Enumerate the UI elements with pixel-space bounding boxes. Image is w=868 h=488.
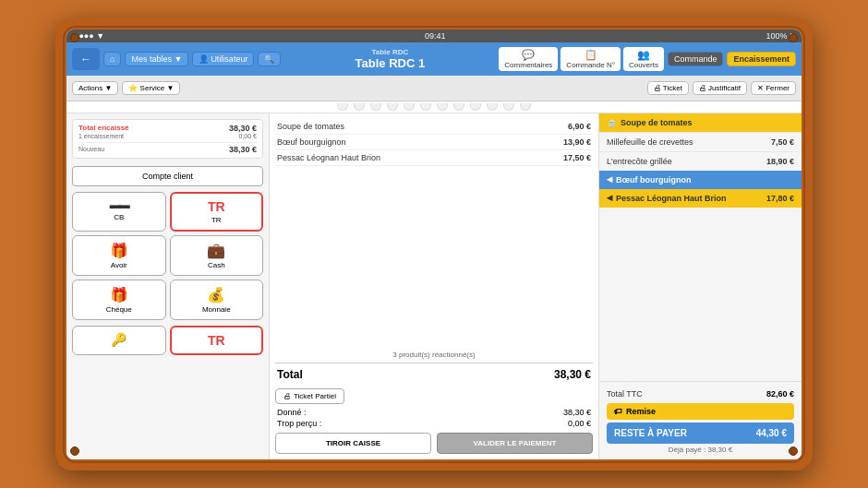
item3-price: 17,50 € — [563, 153, 591, 162]
trop-percu-row: Trop perçu : 0,00 € — [275, 418, 593, 429]
covers-button[interactable]: 👥 Couverts — [623, 47, 664, 71]
nouveau-value: 38,30 € — [229, 145, 257, 154]
encaissement-button[interactable]: Encaissement — [727, 52, 796, 66]
bite-mark — [370, 103, 381, 111]
drawer-icon-btn[interactable]: 🔑 — [72, 326, 166, 355]
user-button[interactable]: 👤 Utilisateur — [192, 52, 254, 66]
fermer-button[interactable]: ✕ Fermer — [751, 81, 796, 95]
actions-button[interactable]: Actions ▼ — [72, 81, 118, 95]
trop-percu-value: 0,00 € — [568, 419, 591, 428]
toolbar2: Actions ▼ ⭐ Service ▼ 🖨 Ticket 🖨 Justifi… — [66, 76, 802, 101]
order-items-list: Soupe de tomates 6,90 € Bœuf bourguignon… — [275, 119, 593, 347]
item3-name: Pessac Léognan Haut Brion — [277, 153, 380, 162]
justif-button[interactable]: 🖨 Justificatif — [693, 81, 747, 95]
cb-button[interactable]: ▬▬ CB — [72, 192, 166, 232]
user-icon: 👤 — [199, 54, 209, 64]
encaissements-label: 1 encaissement — [78, 133, 124, 139]
trop-percu-label: Trop perçu : — [277, 419, 321, 428]
time: 09:41 — [425, 31, 446, 41]
tr-icon: TR — [208, 199, 225, 214]
crevettes-name: Millefeuille de crevettes — [607, 137, 693, 147]
table-sub: Table RDC — [284, 48, 495, 56]
order-item-2[interactable]: Bœuf bourguignon 13,90 € — [275, 135, 593, 150]
home-button[interactable]: ⌂ — [103, 52, 121, 66]
menu-item-entrecote[interactable]: L'entrecôte grillée 18,90 € — [599, 151, 802, 171]
center-panel: Soupe de tomates 6,90 € Bœuf bourguignon… — [270, 113, 598, 459]
remise-label: Remise — [626, 407, 656, 416]
compte-client-button[interactable]: Compte client — [72, 166, 263, 186]
ticket-partial-button[interactable]: 🖨 Ticket Partiel — [275, 388, 344, 404]
bite-mark — [437, 103, 448, 111]
top-nav: ← ⌂ Mes tables ▼ 👤 Utilisateur 🔍 Table R… — [66, 42, 802, 76]
comments-button[interactable]: 💬 Commentaires — [499, 47, 558, 71]
entrecote-name: L'entrecôte grillée — [607, 157, 672, 166]
cb-label: CB — [114, 213, 124, 221]
soupe-icon: 🍵 — [607, 118, 617, 127]
item2-price: 13,90 € — [563, 137, 591, 147]
encaissements-sub: 0,00 € — [239, 133, 257, 139]
pessac-label: Pessac Léognan Haut Brion — [616, 194, 727, 203]
donne-label: Donné : — [277, 408, 307, 417]
total-ttc-label: Total TTC — [607, 389, 643, 399]
totals-section: Total encaissé 38,30 € 1 encaissement 0,… — [72, 119, 263, 159]
nav-right-buttons: 💬 Commentaires 📋 Commande N° 👥 Couverts — [499, 47, 664, 71]
reste-a-payer-button[interactable]: RESTE À PAYER 44,30 € — [607, 423, 794, 444]
table-title: Table RDC 1 — [284, 56, 495, 70]
main-content: Total encaissé 38,30 € 1 encaissement 0,… — [66, 113, 802, 459]
order-total-row: Total 38,30 € — [275, 363, 593, 386]
category-soupe[interactable]: 🍵 Soupe de tomates — [599, 113, 802, 132]
command-label: Commande N° — [566, 61, 615, 69]
bite-marks — [66, 101, 802, 113]
tablet-frame: ●●●● ▼ 09:41 100% ▮ ← ⌂ Mes tables ▼ 👤 U… — [55, 18, 813, 470]
bottom-action-buttons: TIROIR CAISSE VALIDER LE PAIEMENT — [275, 433, 593, 454]
status-bar: ●●●● ▼ 09:41 100% ▮ — [66, 30, 802, 42]
menu-item-crevettes[interactable]: Millefeuille de crevettes 7,50 € — [599, 132, 802, 151]
order-item-1[interactable]: Soupe de tomates 6,90 € — [275, 119, 593, 135]
total-value: 38,30 € — [554, 368, 591, 381]
tr-label: TR — [211, 216, 222, 224]
crevettes-price: 7,50 € — [771, 137, 794, 147]
bite-mark — [420, 103, 431, 111]
item1-name: Soupe de tomates — [277, 122, 344, 131]
command-icon: 📋 — [585, 49, 597, 61]
bite-mark — [453, 103, 464, 111]
commande-button[interactable]: Commande — [668, 52, 724, 66]
donne-row: Donné : 38,30 € — [275, 407, 593, 418]
cheque-button[interactable]: 🎁 Chèque — [72, 280, 166, 320]
tiroir-caisse-button[interactable]: TIROIR CAISSE — [275, 433, 431, 454]
tr-bottom-button[interactable]: TR — [170, 326, 264, 355]
item2-name: Bœuf bourguignon — [277, 137, 346, 147]
right-spacer — [599, 208, 802, 381]
avoir-label: Avoir — [111, 261, 127, 269]
command-button[interactable]: 📋 Commande N° — [561, 47, 621, 71]
category-boeuf[interactable]: ◀ Bœuf bourguignon — [599, 171, 802, 189]
my-tables-button[interactable]: Mes tables ▼ — [125, 52, 188, 66]
valider-paiement-button[interactable]: VALIDER LE PAIEMENT — [437, 433, 593, 454]
payment-grid: ▬▬ CB TR TR 🎁 Avoir 💼 — [72, 192, 263, 320]
covers-icon: 👥 — [637, 49, 650, 61]
reste-value: 44,30 € — [756, 428, 787, 438]
total-ttc-value: 82,60 € — [766, 389, 794, 399]
ticket-button[interactable]: 🖨 Ticket — [647, 81, 689, 95]
tr-bottom-grid: 🔑 TR — [72, 326, 263, 355]
screw-bl — [70, 446, 79, 456]
order-item-3[interactable]: Pessac Léognan Haut Brion 17,50 € — [275, 150, 593, 166]
pessac-arrow-icon: ◀ — [607, 194, 612, 202]
category-pessac[interactable]: ◀ Pessac Léognan Haut Brion 17,80 € — [599, 189, 802, 208]
avoir-button[interactable]: 🎁 Avoir — [72, 235, 166, 276]
tr-button[interactable]: TR TR — [170, 192, 264, 232]
products-count: 3 produit(s) réactionné(s) — [275, 351, 593, 359]
tr-bottom-icon: TR — [208, 333, 225, 348]
search-button[interactable]: 🔍 — [258, 52, 281, 66]
remise-button[interactable]: 🏷 Remise — [607, 403, 794, 420]
cash-button[interactable]: 💼 Cash — [170, 235, 264, 276]
reste-label: RESTE À PAYER — [614, 428, 687, 438]
monnaie-icon: 💰 — [207, 286, 225, 304]
cheque-icon: 🎁 — [110, 286, 128, 304]
back-button[interactable]: ← — [72, 48, 100, 70]
monnaie-button[interactable]: 💰 Monnaie — [170, 280, 264, 320]
screw-tr — [789, 33, 798, 42]
ticket-partial-icon: 🖨 — [283, 392, 291, 400]
bite-mark — [387, 103, 398, 111]
service-button[interactable]: ⭐ Service ▼ — [122, 81, 180, 95]
